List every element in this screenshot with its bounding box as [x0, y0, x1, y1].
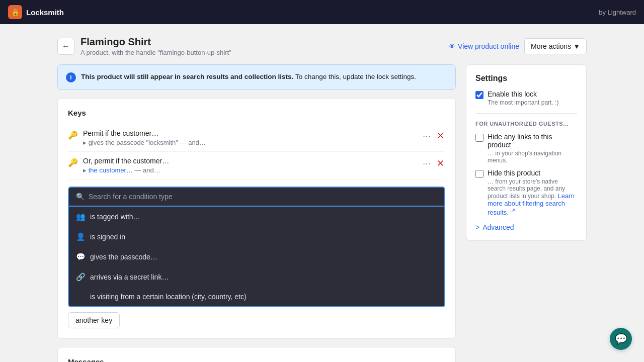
- key-delete-button[interactable]: ✕: [436, 157, 445, 170]
- hide-product-sublabel: … from your store's native search result…: [488, 178, 577, 216]
- dropdown-list: 👥 is tagged with… 👤 is signed in 💬 gives…: [68, 207, 445, 307]
- dropdown-item-label: gives the passcode…: [90, 253, 157, 261]
- dropdown-item-label: is visiting from a certain location (cit…: [90, 293, 247, 301]
- brand: 🔒 Locksmith: [8, 5, 64, 19]
- main-content: ← Flamingo Shirt A product, with the han…: [45, 24, 599, 362]
- chat-button[interactable]: 💬: [610, 328, 632, 350]
- keys-card: Keys 🔑 Permit if the customer… ▸ gives t…: [57, 98, 456, 339]
- key-row-left: 🔑 Permit if the customer… ▸ gives the pa…: [68, 129, 206, 146]
- settings-title: Settings: [475, 74, 577, 83]
- brand-name: Locksmith: [26, 8, 64, 17]
- main-column: i This product will still appear in sear…: [57, 64, 456, 362]
- dropdown-item-label: is tagged with…: [90, 213, 140, 221]
- header-left: ← Flamingo Shirt A product, with the han…: [57, 36, 231, 56]
- chat-icon: 💬: [615, 333, 627, 345]
- tag-icon: 👥: [76, 212, 85, 221]
- dropdown-item-location[interactable]: is visiting from a certain location (cit…: [69, 287, 444, 306]
- dropdown-item-passcode[interactable]: 💬 gives the passcode…: [69, 247, 444, 267]
- key-sub: ▸ the customer… — and…: [83, 166, 169, 174]
- key-actions: ⋯ ✕: [422, 157, 445, 170]
- hide-product-checkbox[interactable]: [475, 170, 484, 178]
- search-icon: 🔍: [76, 193, 85, 201]
- view-product-button[interactable]: 👁 View product online: [448, 42, 519, 50]
- advanced-row[interactable]: > Advanced: [475, 223, 577, 231]
- advanced-label: Advanced: [482, 223, 514, 231]
- key-info: Or, permit if the customer… ▸ the custom…: [83, 157, 169, 174]
- eye-icon: 👁: [448, 42, 455, 50]
- key-row: 🔑 Permit if the customer… ▸ gives the pa…: [68, 124, 445, 152]
- another-key-button[interactable]: another key: [68, 312, 120, 328]
- key-row: 🔑 Or, permit if the customer… ▸ the cust…: [68, 152, 445, 179]
- key-row-left: 🔑 Or, permit if the customer… ▸ the cust…: [68, 157, 169, 174]
- header-row: ← Flamingo Shirt A product, with the han…: [57, 36, 587, 56]
- key-sub-icon: ▸: [83, 166, 87, 174]
- nav-byline: by Lightward: [599, 9, 636, 16]
- key-actions: ⋯ ✕: [422, 129, 445, 142]
- messages-card: Messages Pass Show default HTML and Liqu…: [57, 347, 456, 362]
- back-button[interactable]: ←: [57, 38, 74, 55]
- key-delete-button[interactable]: ✕: [436, 129, 445, 142]
- header-actions: 👁 View product online More actions ▼: [448, 38, 587, 54]
- chat-icon: 💬: [76, 252, 85, 261]
- hide-links-label: Hide any links to this product: [488, 133, 577, 149]
- unauthorized-label: FOR UNAUTHORIZED GUESTS…: [475, 121, 577, 127]
- enable-lock-row: Enable this lock The most important part…: [475, 90, 577, 106]
- key-label: Or, permit if the customer…: [83, 157, 169, 165]
- info-icon: i: [66, 72, 76, 82]
- chevron-down-icon: ▼: [573, 42, 580, 50]
- key-sub: ▸ gives the passcode "locksmith" — and…: [83, 139, 206, 146]
- side-column: Settings Enable this lock The most impor…: [466, 64, 587, 249]
- hide-links-checkbox[interactable]: [475, 134, 484, 142]
- link-icon: 🔗: [76, 273, 85, 282]
- key-info: Permit if the customer… ▸ gives the pass…: [83, 129, 206, 146]
- dropdown-item-label: is signed in: [90, 233, 125, 241]
- key-label: Permit if the customer…: [83, 129, 206, 137]
- page-title-block: Flamingo Shirt A product, with the handl…: [80, 36, 231, 56]
- hide-links-row: Hide any links to this product … in your…: [475, 133, 577, 164]
- enable-lock-sublabel: The most important part. :): [488, 99, 558, 106]
- search-dropdown-container: 🔍 👥 is tagged with… 👤 is signed in: [68, 187, 445, 307]
- key-menu-button[interactable]: ⋯: [422, 158, 432, 169]
- brand-icon: 🔒: [8, 5, 22, 19]
- info-banner: i This product will still appear in sear…: [57, 64, 456, 90]
- chevron-right-icon: >: [475, 223, 479, 231]
- dropdown-item-signed-in[interactable]: 👤 is signed in: [69, 227, 444, 247]
- messages-title: Messages: [68, 357, 445, 362]
- key-menu-button[interactable]: ⋯: [422, 130, 432, 142]
- info-banner-text: This product will still appear in search…: [81, 72, 416, 82]
- user-icon: 👤: [76, 232, 85, 241]
- dropdown-item-secret-link[interactable]: 🔗 arrives via a secret link…: [69, 267, 444, 287]
- keys-title: Keys: [68, 109, 445, 117]
- page-subtitle: A product, with the handle "flamingo-but…: [80, 49, 231, 56]
- top-navigation: 🔒 Locksmith by Lightward: [0, 0, 644, 24]
- divider: [475, 113, 577, 114]
- dropdown-item-tagged[interactable]: 👥 is tagged with…: [69, 207, 444, 227]
- enable-lock-checkbox[interactable]: [475, 91, 484, 99]
- two-column-layout: i This product will still appear in sear…: [57, 64, 587, 362]
- enable-lock-label: Enable this lock: [488, 90, 558, 98]
- more-actions-button[interactable]: More actions ▼: [524, 38, 587, 54]
- add-key-row: another key: [68, 312, 445, 328]
- page-title: Flamingo Shirt: [80, 36, 231, 48]
- external-link-icon: ↗: [511, 207, 515, 213]
- key-icon: 🔑: [68, 130, 78, 140]
- key-sub-icon: ▸: [83, 139, 87, 146]
- search-input-wrapper: 🔍: [68, 187, 445, 207]
- key-icon: 🔑: [68, 158, 78, 167]
- hide-links-sublabel: … in your shop's navigation menus.: [488, 150, 577, 164]
- key-sub-link[interactable]: the customer…: [89, 166, 133, 174]
- settings-card: Settings Enable this lock The most impor…: [466, 64, 587, 241]
- hide-product-label: Hide this product: [488, 169, 577, 177]
- search-input[interactable]: [89, 193, 437, 201]
- dropdown-item-label: arrives via a secret link…: [90, 273, 169, 281]
- hide-product-row: Hide this product … from your store's na…: [475, 169, 577, 216]
